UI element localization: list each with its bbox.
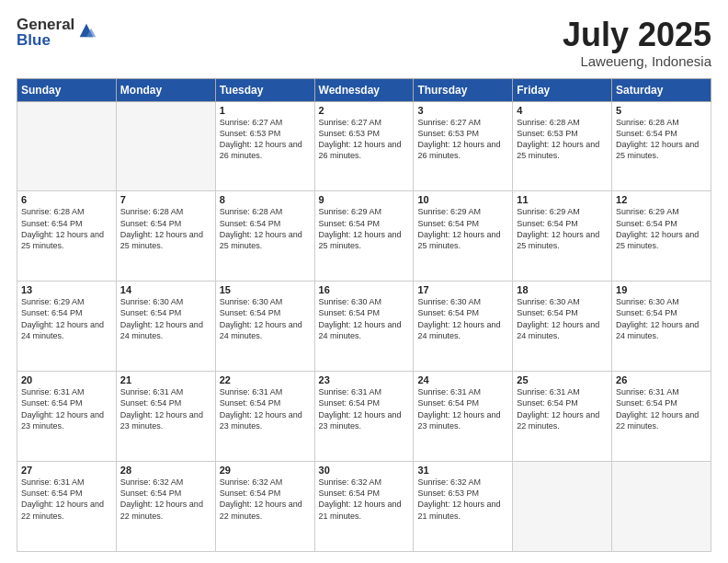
week-row-5: 27Sunrise: 6:31 AM Sunset: 6:54 PM Dayli… [17, 462, 711, 552]
logo: General Blue [17, 17, 97, 48]
day-number: 14 [120, 284, 211, 295]
cell-info: Sunrise: 6:30 AM Sunset: 6:54 PM Dayligh… [120, 296, 211, 341]
week-row-3: 13Sunrise: 6:29 AM Sunset: 6:54 PM Dayli… [17, 282, 711, 372]
page: General Blue July 2025 Laweueng, Indones… [0, 0, 728, 563]
calendar-cell: 11Sunrise: 6:29 AM Sunset: 6:54 PM Dayli… [513, 191, 612, 282]
day-number: 18 [517, 284, 608, 295]
day-number: 31 [417, 465, 508, 476]
col-friday: Friday [513, 78, 612, 101]
col-thursday: Thursday [414, 78, 513, 101]
header: General Blue July 2025 Laweueng, Indones… [17, 17, 711, 69]
day-number: 21 [120, 374, 211, 385]
day-number: 16 [319, 284, 410, 295]
cell-info: Sunrise: 6:32 AM Sunset: 6:53 PM Dayligh… [417, 477, 508, 522]
day-number: 30 [319, 465, 410, 476]
calendar-cell: 22Sunrise: 6:31 AM Sunset: 6:54 PM Dayli… [215, 372, 314, 462]
month-title: July 2025 [563, 17, 711, 53]
calendar-cell: 18Sunrise: 6:30 AM Sunset: 6:54 PM Dayli… [513, 282, 612, 372]
col-saturday: Saturday [612, 78, 711, 101]
calendar-cell: 15Sunrise: 6:30 AM Sunset: 6:54 PM Dayli… [215, 282, 314, 372]
day-number: 6 [21, 194, 112, 205]
logo-general: General [17, 17, 74, 32]
cell-info: Sunrise: 6:28 AM Sunset: 6:54 PM Dayligh… [21, 206, 112, 251]
header-row: Sunday Monday Tuesday Wednesday Thursday… [17, 78, 711, 101]
cell-info: Sunrise: 6:30 AM Sunset: 6:54 PM Dayligh… [220, 296, 311, 341]
day-number: 3 [417, 105, 508, 116]
cell-info: Sunrise: 6:28 AM Sunset: 6:54 PM Dayligh… [616, 117, 707, 162]
col-wednesday: Wednesday [314, 78, 414, 101]
day-number: 15 [220, 284, 311, 295]
day-number: 17 [417, 284, 508, 295]
day-number: 24 [417, 374, 508, 385]
cell-info: Sunrise: 6:31 AM Sunset: 6:54 PM Dayligh… [21, 386, 112, 431]
calendar-cell: 9Sunrise: 6:29 AM Sunset: 6:54 PM Daylig… [314, 191, 414, 282]
calendar-cell: 20Sunrise: 6:31 AM Sunset: 6:54 PM Dayli… [17, 372, 117, 462]
col-monday: Monday [116, 78, 215, 101]
cell-info: Sunrise: 6:32 AM Sunset: 6:54 PM Dayligh… [120, 477, 211, 522]
calendar-cell: 21Sunrise: 6:31 AM Sunset: 6:54 PM Dayli… [116, 372, 215, 462]
logo-blue: Blue [17, 32, 74, 48]
calendar-cell: 17Sunrise: 6:30 AM Sunset: 6:54 PM Dayli… [414, 282, 513, 372]
day-number: 29 [220, 465, 311, 476]
day-number: 4 [517, 105, 608, 116]
day-number: 8 [220, 194, 311, 205]
day-number: 10 [417, 194, 508, 205]
day-number: 20 [21, 374, 112, 385]
calendar-cell: 10Sunrise: 6:29 AM Sunset: 6:54 PM Dayli… [414, 191, 513, 282]
day-number: 9 [319, 194, 410, 205]
subtitle: Laweueng, Indonesia [563, 53, 711, 69]
week-row-4: 20Sunrise: 6:31 AM Sunset: 6:54 PM Dayli… [17, 372, 711, 462]
calendar-cell: 8Sunrise: 6:28 AM Sunset: 6:54 PM Daylig… [215, 191, 314, 282]
calendar-cell: 7Sunrise: 6:28 AM Sunset: 6:54 PM Daylig… [116, 191, 215, 282]
cell-info: Sunrise: 6:30 AM Sunset: 6:54 PM Dayligh… [616, 296, 707, 341]
calendar-cell: 25Sunrise: 6:31 AM Sunset: 6:54 PM Dayli… [513, 372, 612, 462]
cell-info: Sunrise: 6:32 AM Sunset: 6:54 PM Dayligh… [319, 477, 410, 522]
day-number: 1 [220, 105, 311, 116]
day-number: 2 [319, 105, 410, 116]
cell-info: Sunrise: 6:28 AM Sunset: 6:54 PM Dayligh… [220, 206, 311, 251]
calendar-cell: 12Sunrise: 6:29 AM Sunset: 6:54 PM Dayli… [612, 191, 711, 282]
calendar-cell: 19Sunrise: 6:30 AM Sunset: 6:54 PM Dayli… [612, 282, 711, 372]
cell-info: Sunrise: 6:29 AM Sunset: 6:54 PM Dayligh… [319, 206, 410, 251]
cell-info: Sunrise: 6:31 AM Sunset: 6:54 PM Dayligh… [417, 386, 508, 431]
day-number: 7 [120, 194, 211, 205]
calendar-cell: 16Sunrise: 6:30 AM Sunset: 6:54 PM Dayli… [314, 282, 414, 372]
cell-info: Sunrise: 6:29 AM Sunset: 6:54 PM Dayligh… [616, 206, 707, 251]
cell-info: Sunrise: 6:30 AM Sunset: 6:54 PM Dayligh… [417, 296, 508, 341]
title-block: July 2025 Laweueng, Indonesia [563, 17, 711, 69]
day-number: 27 [21, 465, 112, 476]
calendar-cell [17, 101, 117, 191]
logo-text: General Blue [17, 17, 74, 48]
calendar-cell: 30Sunrise: 6:32 AM Sunset: 6:54 PM Dayli… [314, 462, 414, 552]
calendar-cell: 23Sunrise: 6:31 AM Sunset: 6:54 PM Dayli… [314, 372, 414, 462]
calendar-cell: 26Sunrise: 6:31 AM Sunset: 6:54 PM Dayli… [612, 372, 711, 462]
calendar-cell [116, 101, 215, 191]
calendar-cell: 6Sunrise: 6:28 AM Sunset: 6:54 PM Daylig… [17, 191, 117, 282]
cell-info: Sunrise: 6:32 AM Sunset: 6:54 PM Dayligh… [220, 477, 311, 522]
logo-icon [76, 20, 97, 40]
calendar-table: Sunday Monday Tuesday Wednesday Thursday… [17, 78, 711, 552]
col-tuesday: Tuesday [215, 78, 314, 101]
calendar-cell: 29Sunrise: 6:32 AM Sunset: 6:54 PM Dayli… [215, 462, 314, 552]
calendar-cell: 3Sunrise: 6:27 AM Sunset: 6:53 PM Daylig… [414, 101, 513, 191]
calendar-cell: 28Sunrise: 6:32 AM Sunset: 6:54 PM Dayli… [116, 462, 215, 552]
day-number: 19 [616, 284, 707, 295]
cell-info: Sunrise: 6:27 AM Sunset: 6:53 PM Dayligh… [220, 117, 311, 162]
calendar-cell: 14Sunrise: 6:30 AM Sunset: 6:54 PM Dayli… [116, 282, 215, 372]
calendar-cell: 24Sunrise: 6:31 AM Sunset: 6:54 PM Dayli… [414, 372, 513, 462]
calendar-cell [612, 462, 711, 552]
day-number: 12 [616, 194, 707, 205]
cell-info: Sunrise: 6:27 AM Sunset: 6:53 PM Dayligh… [319, 117, 410, 162]
cell-info: Sunrise: 6:31 AM Sunset: 6:54 PM Dayligh… [21, 477, 112, 522]
cell-info: Sunrise: 6:28 AM Sunset: 6:54 PM Dayligh… [120, 206, 211, 251]
cell-info: Sunrise: 6:30 AM Sunset: 6:54 PM Dayligh… [517, 296, 608, 341]
calendar-cell [513, 462, 612, 552]
cell-info: Sunrise: 6:31 AM Sunset: 6:54 PM Dayligh… [220, 386, 311, 431]
col-sunday: Sunday [17, 78, 117, 101]
day-number: 25 [517, 374, 608, 385]
calendar-cell: 5Sunrise: 6:28 AM Sunset: 6:54 PM Daylig… [612, 101, 711, 191]
day-number: 13 [21, 284, 112, 295]
cell-info: Sunrise: 6:29 AM Sunset: 6:54 PM Dayligh… [21, 296, 112, 341]
day-number: 22 [220, 374, 311, 385]
calendar-body: 1Sunrise: 6:27 AM Sunset: 6:53 PM Daylig… [17, 101, 711, 551]
